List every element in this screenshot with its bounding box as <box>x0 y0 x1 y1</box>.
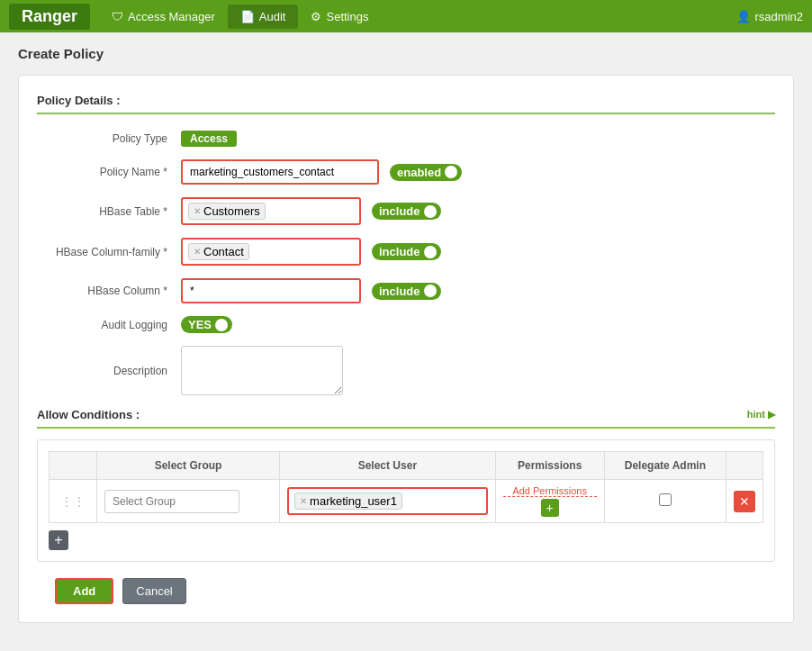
hbase-column-family-toggle[interactable]: include <box>372 243 441 260</box>
delegate-admin-cell <box>604 480 726 523</box>
policy-type-label: Policy Type <box>37 132 181 145</box>
hbase-column-toggle[interactable]: include <box>372 283 441 300</box>
description-textarea[interactable] <box>181 346 343 395</box>
marketing-user-tag: ✕ marketing_user1 <box>294 493 402 510</box>
audit-logging-row: Audit Logging YES <box>37 316 775 333</box>
hint-link[interactable]: hint ▶ <box>747 409 775 420</box>
toggle-yes-knob <box>215 319 228 331</box>
description-label: Description <box>37 365 181 377</box>
toggle-col-label: include <box>379 285 420 298</box>
hbase-column-family-label: HBase Column-family * <box>37 246 181 258</box>
col-delegate-admin-header: Delegate Admin <box>604 452 726 480</box>
add-row-button[interactable]: + <box>49 530 68 550</box>
hbase-column-family-input[interactable]: ✕ Contact <box>181 238 361 266</box>
nav-settings[interactable]: ⚙ Settings <box>298 5 381 29</box>
col-select-group-header: Select Group <box>97 452 280 480</box>
add-permissions-link[interactable]: Add Permissions <box>503 485 597 497</box>
hbase-column-input[interactable] <box>181 278 361 303</box>
table-row: ⋮⋮ ✕ marketing_user1 <box>50 480 763 523</box>
toggle-col-knob <box>424 285 437 297</box>
conditions-table: Select Group Select User Permissions Del… <box>49 451 763 523</box>
col-drag <box>50 452 97 480</box>
page-title: Create Policy <box>18 46 794 61</box>
policy-name-input[interactable] <box>181 159 379 185</box>
select-user-cell: ✕ marketing_user1 <box>280 480 496 523</box>
policy-type-row: Policy Type Access <box>37 131 775 147</box>
policy-type-badge: Access <box>181 131 237 147</box>
policy-details-section: Policy Details : <box>37 94 775 114</box>
toggle-enabled-knob <box>445 166 457 178</box>
hbase-table-input[interactable]: ✕ Customers <box>181 197 361 225</box>
shield-icon: 🛡 <box>112 10 123 23</box>
conditions-table-container: Select Group Select User Permissions Del… <box>37 439 775 562</box>
toggle-enabled-label: enabled <box>397 166 441 179</box>
hbase-table-row: HBase Table * ✕ Customers include <box>37 197 775 225</box>
delegate-admin-checkbox[interactable] <box>659 493 672 506</box>
permissions-cell[interactable]: Add Permissions + <box>495 480 604 523</box>
doc-icon: 📄 <box>240 10 255 23</box>
cancel-button[interactable]: Cancel <box>122 578 185 604</box>
select-group-cell <box>97 480 280 523</box>
hbase-column-label: HBase Column * <box>37 285 181 297</box>
col-select-user-header: Select User <box>280 452 496 480</box>
toggle-yes-label: YES <box>188 318 212 331</box>
hbase-column-family-row: HBase Column-family * ✕ Contact include <box>37 238 775 266</box>
gear-icon: ⚙ <box>311 10 321 23</box>
user-info: 👤 rsadmin2 <box>736 10 803 23</box>
customers-tag: ✕ Customers <box>188 203 266 220</box>
contact-tag-close-icon[interactable]: ✕ <box>194 247 201 257</box>
delete-cell: ✕ <box>726 480 763 523</box>
brand-logo: Ranger <box>9 4 90 30</box>
policy-name-row: Policy Name * enabled <box>37 159 775 185</box>
allow-conditions-section: Allow Conditions : hint ▶ <box>37 408 775 429</box>
drag-handle-icon[interactable]: ⋮⋮ <box>57 494 89 509</box>
toggle-col-family-label: include <box>379 245 420 258</box>
toggle-include-knob <box>424 205 437 218</box>
audit-logging-toggle[interactable]: YES <box>181 316 232 333</box>
add-button[interactable]: Add <box>55 578 113 604</box>
policy-enabled-toggle[interactable]: enabled <box>390 164 462 181</box>
select-group-input[interactable] <box>104 490 239 513</box>
drag-handle-cell: ⋮⋮ <box>50 480 97 523</box>
description-row: Description <box>37 346 775 395</box>
hbase-table-label: HBase Table * <box>37 205 181 218</box>
user-icon: 👤 <box>736 10 751 23</box>
toggle-col-family-knob <box>424 246 437 258</box>
hbase-column-row: HBase Column * include <box>37 278 775 303</box>
hbase-table-toggle[interactable]: include <box>372 203 441 220</box>
col-permissions-header: Permissions <box>495 452 604 480</box>
add-permissions-button[interactable]: + <box>541 499 559 517</box>
user-tag-close-icon[interactable]: ✕ <box>300 496 307 506</box>
bottom-buttons: Add Cancel <box>37 578 775 604</box>
nav-audit[interactable]: 📄 Audit <box>228 5 299 29</box>
select-user-input[interactable]: ✕ marketing_user1 <box>287 487 488 515</box>
policy-name-label: Policy Name * <box>37 166 181 178</box>
toggle-include-label: include <box>379 204 420 218</box>
delete-row-button[interactable]: ✕ <box>734 491 755 512</box>
contact-tag: ✕ Contact <box>188 243 249 260</box>
tag-close-icon[interactable]: ✕ <box>194 206 201 216</box>
top-navigation: Ranger 🛡 Access Manager 📄 Audit ⚙ Settin… <box>0 0 812 32</box>
col-actions <box>726 452 763 480</box>
audit-logging-label: Audit Logging <box>37 319 181 331</box>
nav-access-manager[interactable]: 🛡 Access Manager <box>99 5 228 29</box>
